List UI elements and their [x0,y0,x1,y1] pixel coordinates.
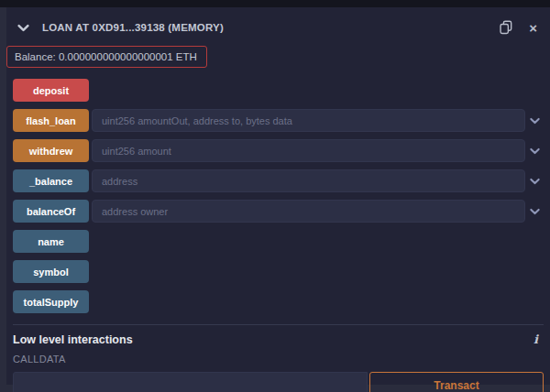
function-row-symbol: symbol [13,260,544,283]
name-button[interactable]: name [13,230,89,253]
deposit-button[interactable]: deposit [13,79,89,102]
withdrew-args-input[interactable] [92,139,525,162]
contract-title: LOAN AT 0XD91...39138 (MEMORY) [42,22,224,33]
low-level-interactions-section: Low level interactions i CALLDATA Transa… [6,325,550,392]
copy-address-icon[interactable] [500,20,512,35]
flash-loan-button[interactable]: flash_loan [13,109,89,132]
low-level-title: Low level interactions [13,333,133,346]
close-icon[interactable]: × [529,21,537,35]
balanceof-button[interactable]: balanceOf [13,200,89,223]
function-row-name: name [13,230,544,253]
calldata-input[interactable] [13,372,368,392]
balanceof-args-input[interactable] [92,200,525,223]
deployed-contract-card: LOAN AT 0XD91...39138 (MEMORY) × Balance… [6,7,550,385]
function-row-flash-loan: flash_loan [13,109,544,132]
calldata-label: CALLDATA [13,354,544,365]
expand-args-chevron-down-icon[interactable] [525,117,544,125]
function-row-balanceof: balanceOf [13,200,544,223]
collapse-chevron-down-icon[interactable] [17,24,29,32]
outer-background-band [0,0,550,7]
function-row-deposit: deposit [13,79,544,102]
expand-args-chevron-down-icon[interactable] [525,178,544,185]
totalsupply-button[interactable]: totalSupply [13,290,89,313]
flash-loan-args-input[interactable] [92,109,525,132]
expand-args-chevron-down-icon[interactable] [525,147,544,155]
transact-button[interactable]: Transact [369,372,544,392]
info-icon[interactable]: i [534,333,538,345]
function-row-balance: _balance [13,169,544,192]
function-list: deposit flash_loan withdrew _balance bal… [6,68,550,313]
withdrew-button[interactable]: withdrew [13,139,89,162]
symbol-button[interactable]: symbol [13,260,89,283]
balance-badge: Balance: 0.000000000000000001 ETH [6,46,207,68]
contract-card-header: LOAN AT 0XD91...39138 (MEMORY) × [6,7,550,37]
expand-args-chevron-down-icon[interactable] [525,208,544,215]
balance-button[interactable]: _balance [13,169,89,192]
function-row-totalsupply: totalSupply [13,290,544,313]
balance-args-input[interactable] [92,169,525,192]
function-row-withdrew: withdrew [13,139,544,162]
